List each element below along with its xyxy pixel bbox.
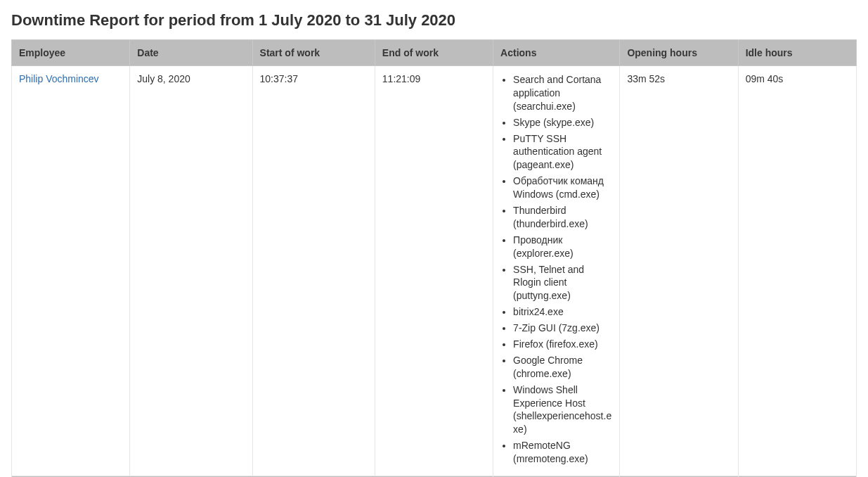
action-item: Google Chrome (chrome.exe) bbox=[513, 354, 612, 381]
action-item: Skype (skype.exe) bbox=[513, 116, 612, 129]
col-idle: Idle hours bbox=[738, 40, 856, 66]
cell-idle: 09m 40s bbox=[738, 66, 856, 476]
cell-employee: Philip Vochmincev bbox=[12, 66, 130, 476]
action-item: bitrix24.exe bbox=[513, 305, 612, 319]
col-employee: Employee bbox=[12, 40, 130, 66]
action-item: Проводник (explorer.exe) bbox=[513, 234, 612, 260]
action-item: SSH, Telnet and Rlogin client (puttyng.e… bbox=[513, 263, 612, 303]
cell-start: 10:37:37 bbox=[252, 66, 375, 476]
cell-opening: 33m 52s bbox=[620, 66, 738, 476]
col-end: End of work bbox=[375, 40, 493, 66]
col-actions: Actions bbox=[493, 40, 620, 66]
action-item: Search and Cortana application (searchui… bbox=[513, 73, 612, 113]
action-item: mRemoteNG (mremoteng.exe) bbox=[513, 439, 612, 466]
page-title: Downtime Report for period from 1 July 2… bbox=[11, 11, 857, 30]
downtime-table: Employee Date Start of work End of work … bbox=[11, 39, 857, 477]
cell-end: 11:21:09 bbox=[375, 66, 493, 476]
action-item: PuTTY SSH authentication agent (pageant.… bbox=[513, 132, 612, 172]
action-item: 7-Zip GUI (7zg.exe) bbox=[513, 322, 612, 335]
cell-actions: Search and Cortana application (searchui… bbox=[493, 66, 620, 476]
table-header-row: Employee Date Start of work End of work … bbox=[12, 40, 857, 66]
table-row: Philip Vochmincev July 8, 2020 10:37:37 … bbox=[12, 66, 857, 476]
cell-date: July 8, 2020 bbox=[130, 66, 252, 476]
col-date: Date bbox=[130, 40, 252, 66]
action-item: Firefox (firefox.exe) bbox=[513, 338, 612, 351]
col-start: Start of work bbox=[252, 40, 375, 66]
action-item: Thunderbird (thunderbird.exe) bbox=[513, 204, 612, 231]
actions-list: Search and Cortana application (searchui… bbox=[500, 73, 612, 466]
action-item: Windows Shell Experience Host (shellexpe… bbox=[513, 383, 612, 437]
col-opening: Opening hours bbox=[620, 40, 738, 66]
employee-link[interactable]: Philip Vochmincev bbox=[19, 73, 99, 84]
action-item: Обработчик команд Windows (cmd.exe) bbox=[513, 174, 612, 201]
